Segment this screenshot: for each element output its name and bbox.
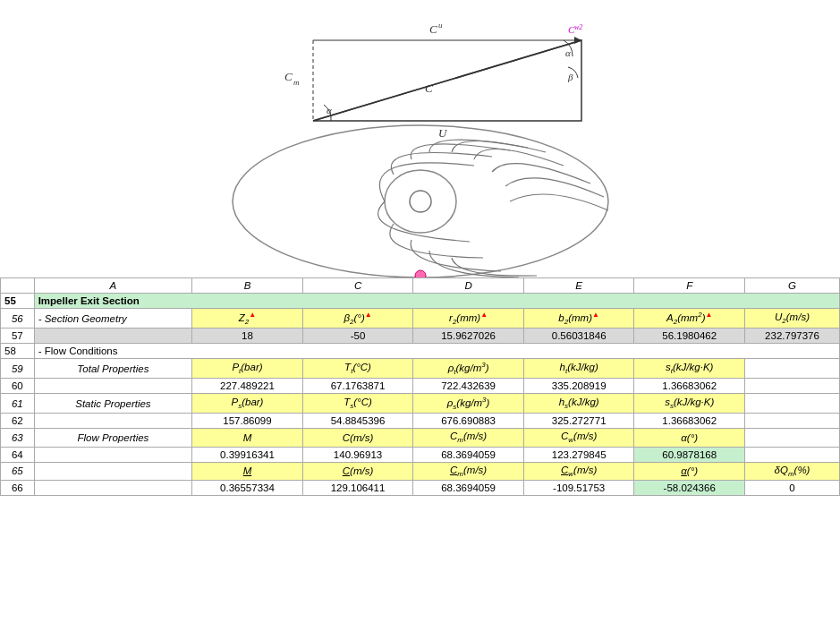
cell-65-f[interactable]: α(°) — [634, 462, 745, 480]
cell-59-e[interactable]: ht(kJ/kg) — [523, 359, 634, 379]
svg-line-3 — [313, 40, 581, 121]
cell-64-e[interactable]: 123.279845 — [523, 447, 634, 462]
cell-65-a — [34, 462, 192, 480]
cell-59-a[interactable]: Total Properties — [34, 359, 192, 379]
cell-57-e[interactable]: 0.56031846 — [523, 329, 634, 344]
cell-66-g[interactable]: 0 — [745, 480, 840, 495]
svg-text:m: m — [293, 78, 300, 87]
header-col-e: E — [523, 278, 634, 294]
svg-point-17 — [385, 170, 456, 233]
cell-60-d[interactable]: 722.432639 — [413, 379, 524, 394]
cell-59-f[interactable]: st(kJ/kg·K) — [634, 359, 745, 379]
cell-61-e[interactable]: hs(kJ/kg) — [523, 394, 634, 414]
cell-62-b[interactable]: 157.86099 — [192, 414, 303, 429]
svg-text:C: C — [429, 22, 437, 36]
cell-64-a — [34, 447, 192, 462]
row-num-61: 61 — [1, 394, 35, 414]
cell-57-g[interactable]: 232.797376 — [745, 329, 840, 344]
cell-61-a[interactable]: Static Properties — [34, 394, 192, 414]
cell-63-g — [745, 429, 840, 447]
row-num-55: 55 — [1, 294, 35, 309]
diagram-svg: C u C α α β C m U C w2 — [0, 0, 840, 277]
cell-62-d[interactable]: 676.690883 — [413, 414, 524, 429]
cell-64-d[interactable]: 68.3694059 — [413, 447, 524, 462]
cell-61-d[interactable]: ρs(kg/m3) — [413, 394, 524, 414]
header-col-g: G — [745, 278, 840, 294]
cell-57-a — [34, 329, 192, 344]
cell-56-d[interactable]: r2(mm)▲ — [413, 309, 524, 329]
row-num-59: 59 — [1, 359, 35, 379]
cell-66-e[interactable]: -109.51753 — [523, 480, 634, 495]
table-row: 57 18 -50 15.9627026 0.56031846 56.19804… — [1, 329, 840, 344]
cell-62-g — [745, 414, 840, 429]
cell-63-e[interactable]: Cw(m/s) — [523, 429, 634, 447]
cell-62-f[interactable]: 1.36683062 — [634, 414, 745, 429]
cell-60-e[interactable]: 335.208919 — [523, 379, 634, 394]
cell-56-b[interactable]: Z2▲ — [192, 309, 303, 329]
column-header-row: A B C D E F G — [1, 278, 840, 294]
table-row: 58 - Flow Conditions — [1, 344, 840, 359]
table-row: 59 Total Properties Pt(bar) Tt(°C) ρt(kg… — [1, 359, 840, 379]
svg-point-19 — [415, 270, 426, 277]
cell-56-e[interactable]: b2(mm)▲ — [523, 309, 634, 329]
cell-64-b[interactable]: 0.39916341 — [192, 447, 303, 462]
row-num-62: 62 — [1, 414, 35, 429]
row-num-56: 56 — [1, 309, 35, 329]
table-row: 60 227.489221 67.1763871 722.432639 335.… — [1, 379, 840, 394]
cell-63-f[interactable]: α(°) — [634, 429, 745, 447]
cell-65-b[interactable]: M — [192, 462, 303, 480]
cell-61-b[interactable]: Ps(bar) — [192, 394, 303, 414]
cell-57-d[interactable]: 15.9627026 — [413, 329, 524, 344]
cell-66-c[interactable]: 129.106411 — [302, 480, 413, 495]
cell-61-c[interactable]: Ts(°C) — [302, 394, 413, 414]
cell-64-c[interactable]: 140.96913 — [302, 447, 413, 462]
cell-60-g — [745, 379, 840, 394]
cell-65-c[interactable]: C(m/s) — [302, 462, 413, 480]
cell-56-g[interactable]: U2(m/s) — [745, 309, 840, 329]
cell-65-d[interactable]: Cm(m/s) — [413, 462, 524, 480]
table-row: 61 Static Properties Ps(bar) Ts(°C) ρs(k… — [1, 394, 840, 414]
cell-58-a[interactable]: - Flow Conditions — [34, 344, 839, 359]
cell-59-c[interactable]: Tt(°C) — [302, 359, 413, 379]
cell-66-d[interactable]: 68.3694059 — [413, 480, 524, 495]
cell-66-f[interactable]: -58.024366 — [634, 480, 745, 495]
cell-60-f[interactable]: 1.36683062 — [634, 379, 745, 394]
cell-66-b[interactable]: 0.36557334 — [192, 480, 303, 495]
cell-62-c[interactable]: 54.8845396 — [302, 414, 413, 429]
table-row: 62 157.86099 54.8845396 676.690883 325.2… — [1, 414, 840, 429]
cell-60-b[interactable]: 227.489221 — [192, 379, 303, 394]
cell-64-g — [745, 447, 840, 462]
cell-56-f[interactable]: A2(mm2)▲ — [634, 309, 745, 329]
svg-text:C: C — [425, 81, 433, 95]
diagram-area: C u C α α β C m U C w2 — [0, 0, 840, 277]
cell-63-d[interactable]: Cm(m/s) — [413, 429, 524, 447]
cell-66-a — [34, 480, 192, 495]
cell-63-a[interactable]: Flow Properties — [34, 429, 192, 447]
cell-57-c[interactable]: -50 — [302, 329, 413, 344]
cell-59-d[interactable]: ρt(kg/m3) — [413, 359, 524, 379]
svg-text:C: C — [284, 70, 293, 83]
cell-57-f[interactable]: 56.1980462 — [634, 329, 745, 344]
cell-65-e[interactable]: Cw(m/s) — [523, 462, 634, 480]
row-num-63: 63 — [1, 429, 35, 447]
header-col-b: B — [192, 278, 303, 294]
cell-59-b[interactable]: Pt(bar) — [192, 359, 303, 379]
table-row: 64 0.39916341 140.96913 68.3694059 123.2… — [1, 447, 840, 462]
header-rownum — [1, 278, 35, 294]
cell-57-b[interactable]: 18 — [192, 329, 303, 344]
cell-55-a[interactable]: Impeller Exit Section — [34, 294, 839, 309]
cell-63-b[interactable]: M — [192, 429, 303, 447]
cell-65-g[interactable]: δQm(%) — [745, 462, 840, 480]
cell-60-a — [34, 379, 192, 394]
cell-60-c[interactable]: 67.1763871 — [302, 379, 413, 394]
cell-62-e[interactable]: 325.272771 — [523, 414, 634, 429]
row-num-58: 58 — [1, 344, 35, 359]
cell-56-c[interactable]: β2(°)▲ — [302, 309, 413, 329]
row-num-65: 65 — [1, 462, 35, 480]
table-row: 66 0.36557334 129.106411 68.3694059 -109… — [1, 480, 840, 495]
cell-64-f[interactable]: 60.9878168 — [634, 447, 745, 462]
cell-63-c[interactable]: C(m/s) — [302, 429, 413, 447]
cell-61-f[interactable]: ss(kJ/kg·K) — [634, 394, 745, 414]
data-table: A B C D E F G 55 Impeller Exit Section 5… — [0, 277, 840, 496]
cell-56-a[interactable]: - Section Geometry — [34, 309, 192, 329]
